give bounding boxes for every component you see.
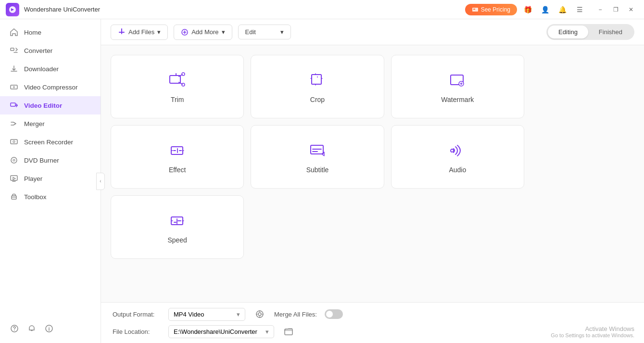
speed-label: Speed xyxy=(167,236,187,244)
output-settings-icon[interactable] xyxy=(253,307,266,321)
sidebar-item-downloader[interactable]: Downloader xyxy=(0,60,101,78)
tool-card-audio[interactable]: Audio xyxy=(391,125,524,189)
sidebar-item-toolbox[interactable]: Toolbox xyxy=(0,188,101,206)
subtitle-label: Subtitle xyxy=(306,166,329,174)
activate-windows-title: Activate Windows xyxy=(551,325,634,332)
app-logo xyxy=(6,3,19,16)
tab-editing[interactable]: Editing xyxy=(548,25,588,38)
tool-card-effect[interactable]: Effect xyxy=(111,125,244,189)
audio-label: Audio xyxy=(449,166,466,174)
crop-icon xyxy=(307,70,328,91)
toolbar: Add Files ▾ Add More ▾ Edit ▾ Editing Fi… xyxy=(101,19,644,45)
sidebar-label-toolbox: Toolbox xyxy=(24,193,47,201)
sidebar-item-dvd-burner[interactable]: DVD Burner xyxy=(0,151,101,169)
svg-point-18 xyxy=(182,73,185,76)
sidebar-label-video-compressor: Video Compressor xyxy=(24,84,78,91)
close-button[interactable]: ✕ xyxy=(624,2,638,17)
titlebar-controls: See Pricing 🎁 👤 🔔 ☰ − ❐ ✕ xyxy=(465,2,638,17)
output-format-value: MP4 Video xyxy=(174,311,204,318)
output-format-label: Output Format: xyxy=(113,311,161,318)
help-icon[interactable] xyxy=(10,324,19,333)
audio-icon xyxy=(447,140,468,161)
file-location-value: E:\Wondershare\UniConverter xyxy=(174,328,257,335)
crop-label: Crop xyxy=(310,96,325,103)
svg-rect-2 xyxy=(473,9,475,10)
screen-recorder-icon xyxy=(10,138,18,146)
sidebar-label-downloader: Downloader xyxy=(24,65,59,73)
sidebar-item-screen-recorder[interactable]: Screen Recorder xyxy=(0,133,101,151)
tool-card-speed[interactable]: Speed xyxy=(111,195,244,259)
output-format-row: Output Format: MP4 Video ▾ Merge All Fil… xyxy=(113,307,632,321)
activate-windows-sub: Go to Settings to activate Windows. xyxy=(551,332,634,338)
sidebar-label-converter: Converter xyxy=(24,47,52,54)
effect-label: Effect xyxy=(169,166,186,174)
svg-point-19 xyxy=(182,83,185,86)
tab-switch: Editing Finished xyxy=(546,24,634,40)
tool-card-subtitle[interactable]: Subtitle xyxy=(251,125,384,189)
file-location-browse-icon[interactable] xyxy=(282,325,295,338)
sidebar-item-player[interactable]: Player xyxy=(0,169,101,188)
svg-rect-24 xyxy=(311,145,323,154)
merge-files-toggle[interactable] xyxy=(325,309,343,319)
edit-dropdown[interactable]: Edit ▾ xyxy=(238,25,291,39)
tool-card-crop[interactable]: Crop xyxy=(251,55,384,118)
sidebar-label-video-editor: Video Editor xyxy=(24,102,62,109)
sidebar: Home Converter Downloader Video Compress… xyxy=(0,19,101,343)
merger-icon xyxy=(10,119,18,128)
sidebar-label-dvd-burner: DVD Burner xyxy=(24,157,59,164)
sidebar-item-merger[interactable]: Merger xyxy=(0,114,101,133)
video-compressor-icon xyxy=(10,83,18,91)
svg-point-13 xyxy=(14,330,15,331)
speed-icon xyxy=(167,210,188,231)
sidebar-collapse-arrow[interactable]: ‹ xyxy=(96,173,105,190)
sidebar-item-video-editor[interactable]: Video Editor xyxy=(0,96,101,114)
svg-point-8 xyxy=(11,157,17,163)
sidebar-label-home: Home xyxy=(24,29,41,36)
user-icon-button[interactable]: 👤 xyxy=(538,3,552,16)
add-files-button[interactable]: Add Files ▾ xyxy=(111,25,168,40)
svg-point-15 xyxy=(49,327,50,328)
add-more-button[interactable]: Add More ▾ xyxy=(174,25,232,40)
tab-finished[interactable]: Finished xyxy=(588,25,633,38)
dvd-burner-icon xyxy=(10,156,18,165)
sidebar-item-converter[interactable]: Converter xyxy=(0,41,101,60)
notification-icon[interactable] xyxy=(27,324,37,333)
svg-rect-3 xyxy=(11,48,14,51)
output-format-dropdown-arrow: ▾ xyxy=(237,311,240,318)
see-pricing-button[interactable]: See Pricing xyxy=(465,4,517,15)
bottom-bar: Output Format: MP4 Video ▾ Merge All Fil… xyxy=(101,302,644,343)
subtitle-icon xyxy=(307,140,328,161)
svg-point-9 xyxy=(13,159,15,161)
file-location-label: File Location: xyxy=(113,328,161,335)
info-icon[interactable] xyxy=(44,324,54,333)
svg-rect-20 xyxy=(312,75,321,84)
svg-rect-5 xyxy=(11,103,15,106)
converter-icon xyxy=(10,46,18,55)
svg-point-7 xyxy=(13,141,15,143)
content-area: Add Files ▾ Add More ▾ Edit ▾ Editing Fi… xyxy=(101,19,644,343)
file-location-dropdown-arrow: ▾ xyxy=(265,328,269,335)
sidebar-item-video-compressor[interactable]: Video Compressor xyxy=(0,78,101,96)
svg-rect-6 xyxy=(11,140,17,144)
minimize-button[interactable]: − xyxy=(593,2,607,17)
sidebar-item-home[interactable]: Home xyxy=(0,23,101,41)
svg-point-28 xyxy=(258,313,261,316)
effect-icon xyxy=(167,140,188,161)
watermark-label: Watermark xyxy=(441,96,474,103)
bell-icon-button[interactable]: 🔔 xyxy=(556,3,569,16)
menu-icon-button[interactable]: ☰ xyxy=(573,3,586,16)
sidebar-label-screen-recorder: Screen Recorder xyxy=(24,139,73,146)
titlebar: Wondershare UniConverter See Pricing 🎁 👤… xyxy=(0,0,644,19)
tool-grid: Trim Crop xyxy=(111,55,524,259)
add-files-dropdown-arrow: ▾ xyxy=(157,28,161,36)
svg-rect-29 xyxy=(285,329,292,335)
trim-icon xyxy=(167,70,188,91)
gift-icon-button[interactable]: 🎁 xyxy=(521,3,534,16)
svg-rect-1 xyxy=(472,8,478,12)
file-location-select[interactable]: E:\Wondershare\UniConverter ▾ xyxy=(168,325,274,338)
output-format-select[interactable]: MP4 Video ▾ xyxy=(168,308,245,321)
merge-all-files-label: Merge All Files: xyxy=(274,311,317,318)
tool-card-watermark[interactable]: Watermark xyxy=(391,55,524,118)
restore-button[interactable]: ❐ xyxy=(608,2,623,17)
tool-card-trim[interactable]: Trim xyxy=(111,55,244,118)
